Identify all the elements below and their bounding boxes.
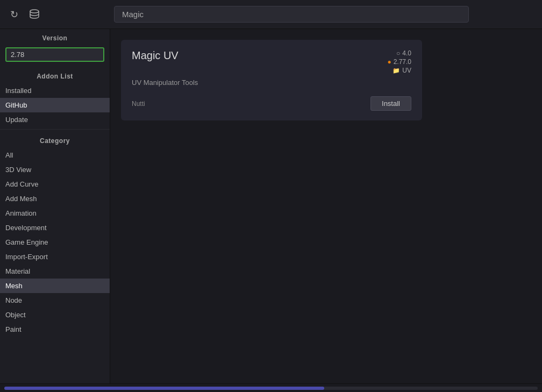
sidebar-item-object[interactable]: Object bbox=[0, 308, 110, 322]
sidebar-item-material[interactable]: Material bbox=[0, 264, 110, 279]
version-input-wrap bbox=[0, 45, 110, 67]
bottom-scrollbar bbox=[0, 383, 542, 392]
sidebar-item-all[interactable]: All bbox=[0, 148, 110, 162]
scrollbar-thumb bbox=[4, 387, 324, 390]
sidebar-item-mesh[interactable]: Mesh bbox=[0, 279, 110, 293]
sidebar-item-3d-view[interactable]: 3D View bbox=[0, 162, 110, 177]
search-input[interactable] bbox=[114, 6, 469, 23]
addon-title: Magic UV bbox=[132, 49, 179, 62]
blender-icon: ● bbox=[387, 58, 391, 66]
addon-card: Magic UV ○ 4.0 ● 2.77.0 📁 UV U bbox=[121, 40, 422, 120]
version-circle-icon: ○ bbox=[396, 49, 400, 57]
top-bar: ↻ bbox=[0, 0, 542, 29]
sidebar-item-add-mesh[interactable]: Add Mesh bbox=[0, 191, 110, 206]
addon-subtitle: UV Manipulator Tools bbox=[132, 79, 411, 87]
database-icon[interactable] bbox=[27, 7, 42, 22]
sidebar-item-game-engine[interactable]: Game Engine bbox=[0, 235, 110, 250]
install-button[interactable]: Install bbox=[370, 96, 411, 111]
addon-blender-version: 2.77.0 bbox=[394, 58, 411, 66]
sidebar-item-update[interactable]: Update bbox=[0, 112, 110, 127]
sidebar-item-add-curve[interactable]: Add Curve bbox=[0, 177, 110, 191]
search-bar[interactable] bbox=[114, 6, 469, 23]
addon-card-header: Magic UV ○ 4.0 ● 2.77.0 📁 UV bbox=[132, 49, 411, 74]
addon-list-label: Addon List bbox=[0, 67, 110, 83]
main-layout: Version Addon List Installed GitHub Upda… bbox=[0, 29, 542, 383]
sidebar-item-paint[interactable]: Paint bbox=[0, 322, 110, 337]
addon-version: 4.0 bbox=[402, 49, 411, 57]
addon-footer: Nutti Install bbox=[132, 96, 411, 111]
addon-category-row: 📁 UV bbox=[393, 67, 411, 74]
top-icons: ↻ bbox=[6, 7, 42, 22]
sidebar-item-import-export[interactable]: Import-Export bbox=[0, 250, 110, 264]
content-area: Magic UV ○ 4.0 ● 2.77.0 📁 UV U bbox=[110, 29, 542, 383]
sidebar-item-installed[interactable]: Installed bbox=[0, 83, 110, 98]
category-label: Category bbox=[0, 132, 110, 148]
sidebar-divider bbox=[0, 129, 110, 130]
addon-meta: ○ 4.0 ● 2.77.0 📁 UV bbox=[387, 49, 411, 74]
version-label: Version bbox=[0, 29, 110, 45]
version-input[interactable] bbox=[5, 47, 104, 62]
sidebar: Version Addon List Installed GitHub Upda… bbox=[0, 29, 110, 383]
refresh-icon[interactable]: ↻ bbox=[6, 7, 22, 22]
svg-point-0 bbox=[30, 10, 39, 13]
sidebar-item-node[interactable]: Node bbox=[0, 293, 110, 308]
addon-category: UV bbox=[402, 67, 411, 74]
sidebar-item-github[interactable]: GitHub bbox=[0, 98, 110, 112]
scrollbar-track[interactable] bbox=[4, 387, 538, 390]
addon-blender-row: ● 2.77.0 bbox=[387, 58, 411, 66]
sidebar-item-animation[interactable]: Animation bbox=[0, 206, 110, 220]
folder-icon: 📁 bbox=[393, 67, 400, 74]
addon-version-row: ○ 4.0 bbox=[396, 49, 411, 57]
addon-author: Nutti bbox=[132, 100, 145, 108]
sidebar-item-development[interactable]: Development bbox=[0, 220, 110, 235]
